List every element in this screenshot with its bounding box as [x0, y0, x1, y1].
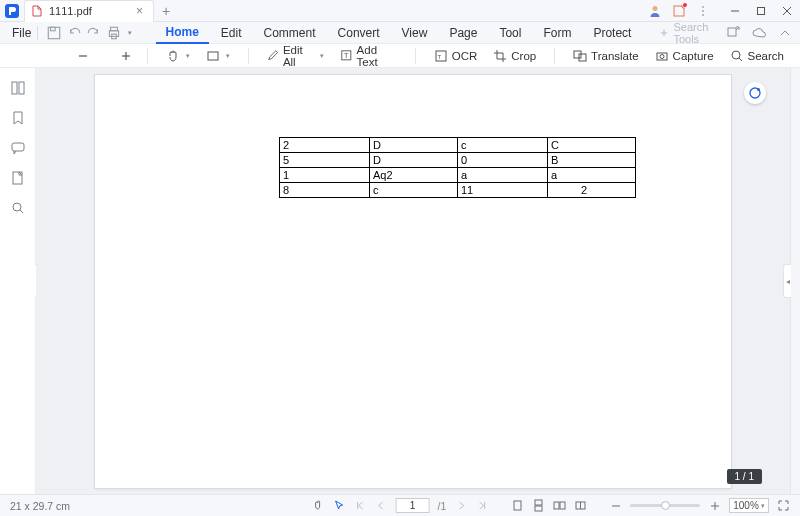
window-maximize-button[interactable]: [748, 0, 774, 22]
qat-dropdown-icon[interactable]: ▾: [128, 29, 132, 37]
save-icon[interactable]: [46, 25, 62, 41]
document-viewport[interactable]: 2DcC5D0B1Aq2aa8c112 1 / 1: [36, 68, 790, 494]
tab-close-button[interactable]: ×: [134, 4, 145, 18]
ocr-icon: T: [434, 49, 448, 63]
svg-text:T: T: [437, 54, 441, 60]
share-icon[interactable]: [726, 26, 740, 40]
zoom-slider[interactable]: [630, 504, 700, 507]
pencil-icon: [267, 49, 279, 63]
notification-icon[interactable]: [672, 4, 686, 18]
table-cell: 0: [458, 153, 548, 168]
app-logo-icon: [0, 0, 24, 22]
zoom-in-button[interactable]: [117, 50, 135, 62]
rectangle-icon: [206, 49, 220, 63]
svg-point-5: [702, 14, 704, 16]
sparkle-icon: [659, 28, 669, 38]
hand-tool-button[interactable]: ▾: [160, 47, 196, 65]
statusbar: 21 x 29.7 cm /1 100%▾: [0, 494, 800, 516]
cloud-icon[interactable]: [752, 26, 766, 40]
ribbon-tab-page[interactable]: Page: [439, 22, 487, 44]
ribbon-tab-convert[interactable]: Convert: [328, 22, 390, 44]
document-tab[interactable]: 1111.pdf ×: [24, 0, 154, 22]
add-text-button[interactable]: TAdd Text: [334, 42, 403, 70]
zoom-out-status-button[interactable]: [609, 499, 622, 512]
left-sidebar: [0, 68, 36, 494]
svg-rect-32: [12, 143, 24, 151]
svg-point-1: [653, 6, 658, 11]
translate-button[interactable]: Translate: [567, 47, 645, 65]
ribbon-tab-tool[interactable]: Tool: [489, 22, 531, 44]
home-toolbar: ▾ ▾ Edit All▾ TAdd Text TOCR Crop Transl…: [0, 44, 800, 68]
crop-button[interactable]: Crop: [487, 47, 542, 65]
read-mode-icon[interactable]: [574, 499, 587, 512]
ribbon-tab-form[interactable]: Form: [533, 22, 581, 44]
table-cell: 1: [280, 168, 370, 183]
ribbon-tabs: HomeEditCommentConvertViewPageToolFormPr…: [156, 22, 642, 44]
thumbnails-icon[interactable]: [10, 80, 26, 96]
capture-button[interactable]: Capture: [649, 47, 720, 65]
ai-assistant-button[interactable]: [744, 82, 766, 104]
svg-text:T: T: [344, 51, 349, 60]
ribbon-tab-edit[interactable]: Edit: [211, 22, 252, 44]
ribbon-tab-view[interactable]: View: [392, 22, 438, 44]
ribbon-tab-comment[interactable]: Comment: [254, 22, 326, 44]
edit-all-button[interactable]: Edit All▾: [261, 42, 330, 70]
table-row: 1Aq2aa: [280, 168, 636, 183]
zoom-percent-box[interactable]: 100%▾: [729, 498, 769, 513]
chevron-up-icon[interactable]: [778, 26, 792, 40]
last-page-icon[interactable]: [475, 499, 488, 512]
file-menu[interactable]: File: [2, 26, 33, 40]
first-page-icon[interactable]: [354, 499, 367, 512]
svg-rect-39: [535, 500, 542, 505]
table-row: 2DcC: [280, 138, 636, 153]
text-icon: T: [340, 49, 353, 63]
ribbon-tab-home[interactable]: Home: [156, 22, 209, 44]
svg-rect-7: [758, 7, 765, 14]
ocr-button[interactable]: TOCR: [428, 47, 484, 65]
zoom-in-status-button[interactable]: [708, 499, 721, 512]
window-close-button[interactable]: [774, 0, 800, 22]
document-table: 2DcC5D0B1Aq2aa8c112: [279, 137, 636, 198]
svg-rect-38: [514, 501, 521, 510]
kebab-menu-icon[interactable]: [696, 4, 710, 18]
continuous-view-icon[interactable]: [532, 499, 545, 512]
search-panel-icon[interactable]: [10, 200, 26, 216]
ribbon-tab-protect[interactable]: Protect: [583, 22, 641, 44]
fullscreen-icon[interactable]: [777, 499, 790, 512]
right-panel-toggle[interactable]: ◂: [783, 264, 791, 298]
svg-rect-42: [560, 502, 565, 509]
vertical-scrollbar[interactable]: [790, 68, 800, 494]
new-tab-button[interactable]: +: [154, 3, 178, 19]
hand-icon: [166, 49, 180, 63]
user-avatar-icon[interactable]: [648, 4, 662, 18]
facing-view-icon[interactable]: [553, 499, 566, 512]
prev-page-icon[interactable]: [375, 499, 388, 512]
window-minimize-button[interactable]: [722, 0, 748, 22]
zoom-out-button[interactable]: [74, 50, 92, 62]
svg-rect-40: [535, 506, 542, 511]
search-tools[interactable]: Search Tools: [659, 21, 726, 45]
select-mode-icon[interactable]: [333, 499, 346, 512]
svg-rect-30: [12, 82, 17, 94]
tab-title: 1111.pdf: [49, 5, 92, 17]
table-row: 5D0B: [280, 153, 636, 168]
svg-rect-15: [728, 28, 736, 36]
search-button[interactable]: Search: [724, 47, 790, 65]
attachment-icon[interactable]: [10, 170, 26, 186]
table-cell: a: [548, 168, 636, 183]
print-icon[interactable]: [106, 25, 122, 41]
pdf-file-icon: [31, 5, 43, 17]
select-tool-button[interactable]: ▾: [200, 47, 236, 65]
page-number-input[interactable]: [396, 498, 430, 513]
undo-icon[interactable]: [66, 25, 82, 41]
redo-icon[interactable]: [86, 25, 102, 41]
zoom-slider-thumb[interactable]: [661, 501, 670, 510]
bookmark-icon[interactable]: [10, 110, 26, 126]
table-cell: D: [370, 153, 458, 168]
next-page-icon[interactable]: [454, 499, 467, 512]
page-total-label: /1: [438, 500, 447, 512]
pan-mode-icon[interactable]: [312, 499, 325, 512]
single-page-view-icon[interactable]: [511, 499, 524, 512]
workspace: ▸ 2DcC5D0B1Aq2aa8c112 1 / 1 ◂: [0, 68, 800, 494]
comment-icon[interactable]: [10, 140, 26, 156]
